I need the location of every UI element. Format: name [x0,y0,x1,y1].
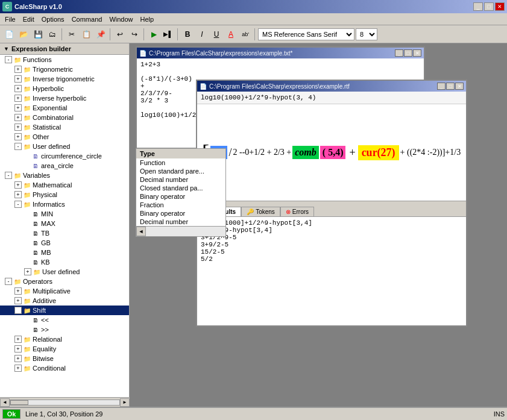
expand-exp[interactable]: + [14,104,22,111]
maximize-button[interactable]: □ [484,2,494,11]
tree-ud-info[interactable]: + 📁 User defined [0,267,129,277]
copy-button[interactable]: 📋 [80,28,93,41]
tree-other[interactable]: + 📁 Other [0,132,129,142]
scroll-right[interactable]: ► [120,398,130,407]
save-all-button[interactable]: 🗂 [46,28,59,41]
tree-variables[interactable]: - 📁 Variables [0,171,129,180]
scroll-left[interactable]: ◄ [0,398,10,407]
menu-window[interactable]: Window [105,14,136,24]
menu-options[interactable]: Options [38,14,68,24]
rtf-close[interactable]: ✕ [455,83,464,90]
tab-errors-rtf[interactable]: ⊗ Errors [280,207,314,216]
tree-user-defined-funcs[interactable]: - 📁 User defined [0,142,129,151]
expand-ud-info[interactable]: + [24,268,31,275]
tree-mb[interactable]: 🗎 MB [0,248,129,257]
tree-circumference[interactable]: 🗎 circumference_circle [0,151,129,161]
tree-additive[interactable]: + 📁 Additive [0,296,129,306]
tree-multiplicative[interactable]: + 📁 Multiplicative [0,286,129,296]
tree-kb[interactable]: 🗎 KB [0,257,129,267]
rtf-expression[interactable]: [ 6/2 / 2 --0+1/2 + 2/3 + comb ( 5,4) + … [197,104,466,201]
tree-shift[interactable]: - 📁 Shift [0,306,129,315]
tree-relational[interactable]: + 📁 Relational [0,334,129,344]
tree-inverse-trig[interactable]: + 📁 Inverse trigonometric [0,74,129,84]
tree-exponential[interactable]: + 📁 Exponential [0,103,129,113]
expand-math[interactable]: + [14,181,22,189]
tree-bitwise[interactable]: + 📁 Bitwise [0,354,129,363]
tree-statistical[interactable]: + 📁 Statistical [0,122,129,132]
expand-phys[interactable]: + [14,191,22,198]
font-select[interactable]: MS Reference Sans Serif [258,28,354,40]
tree-equality[interactable]: + 📁 Equality [0,344,129,354]
expand-ops[interactable]: - [5,278,12,285]
menu-help[interactable]: Help [137,14,158,24]
panel-expand[interactable]: ▼ [4,46,9,52]
rtf-minimize[interactable]: _ [437,83,446,90]
txt-minimize[interactable]: _ [395,49,403,57]
format-button[interactable]: ab' [239,28,252,41]
expand-inv-hyp[interactable]: + [14,95,22,102]
expand-stat[interactable]: + [14,124,22,131]
expand-functions[interactable]: - [5,56,12,63]
color-button[interactable]: A [224,28,238,41]
redo-button[interactable]: ↪ [128,28,141,41]
txt-close[interactable]: ✕ [413,49,421,57]
tree-trigonometric[interactable]: + 📁 Trigonometric [0,64,129,74]
tree-min[interactable]: 🗎 MIN [0,209,129,219]
close-button[interactable]: ✕ [495,2,505,11]
tree-conditional[interactable]: + 📁 Conditional [0,363,129,373]
menu-edit[interactable]: Edit [19,14,38,24]
expand-vars[interactable]: - [5,172,12,179]
expand-other[interactable]: + [14,133,22,140]
tree-rshift[interactable]: 🗎 >> [0,325,129,334]
tree-functions[interactable]: - 📁 Functions [0,55,129,64]
expand-shift[interactable]: - [14,307,22,314]
tree-max[interactable]: 🗎 MAX [0,219,129,228]
expand-eq[interactable]: + [14,345,22,353]
expand-hyp[interactable]: + [14,85,22,92]
bold-button[interactable]: B [181,28,194,41]
scroll-track[interactable] [10,400,120,406]
open-button[interactable]: 📂 [17,28,30,41]
expand-comb[interactable]: + [14,114,22,121]
scroll-left-btn[interactable]: ◄ [136,227,146,236]
tab-tokens-rtf[interactable]: 🔑 Tokens [241,207,280,216]
rtf-maximize[interactable]: □ [446,83,455,90]
tree-inv-hyperbolic[interactable]: + 📁 Inverse hyperbolic [0,93,129,103]
expand-rel[interactable]: + [14,336,22,343]
expand-inv-trig[interactable]: + [14,75,22,83]
minimize-button[interactable]: _ [473,2,483,11]
expand-ud[interactable]: - [14,143,22,150]
folder-icon-vars: 📁 [13,171,22,180]
cut-button[interactable]: ✂ [65,28,78,41]
expand-info[interactable]: - [14,201,22,208]
title-bar-buttons[interactable]: _ □ ✕ [473,2,505,11]
tree-lshift[interactable]: 🗎 << [0,315,129,325]
tree-gb[interactable]: 🗎 GB [0,238,129,248]
tree-tb[interactable]: 🗎 TB [0,228,129,238]
new-button[interactable]: 📄 [2,28,16,41]
menu-file[interactable]: File [1,14,19,24]
italic-button[interactable]: I [195,28,209,41]
tree-hyperbolic[interactable]: + 📁 Hyperbolic [0,84,129,93]
tree-mathematical[interactable]: + 📁 Mathematical [0,180,129,190]
expand-add[interactable]: + [14,297,22,304]
expand-bit[interactable]: + [14,355,22,362]
step-button[interactable]: ▶▌ [162,28,175,41]
expand-cond[interactable]: + [14,365,22,372]
tree-informatics[interactable]: - 📁 Informatics [0,199,129,209]
undo-button[interactable]: ↩ [113,28,127,41]
paste-button[interactable]: 📌 [94,28,107,41]
size-select[interactable]: 8 [356,28,377,40]
save-button[interactable]: 💾 [31,28,45,41]
menu-command[interactable]: Command [68,14,106,24]
run-button[interactable]: ▶ [147,28,160,41]
tree-operators[interactable]: - 📁 Operators [0,277,129,286]
tree-area-circle[interactable]: 🗎 area_circle [0,161,129,171]
tree-combinatorial[interactable]: + 📁 Combinatorial [0,113,129,122]
expand-trig[interactable]: + [14,66,22,73]
scroll-track-h[interactable] [146,227,225,236]
underline-button[interactable]: U [210,28,223,41]
txt-maximize[interactable]: □ [404,49,412,57]
expand-mult[interactable]: + [14,287,22,295]
tree-physical[interactable]: + 📁 Physical [0,190,129,199]
